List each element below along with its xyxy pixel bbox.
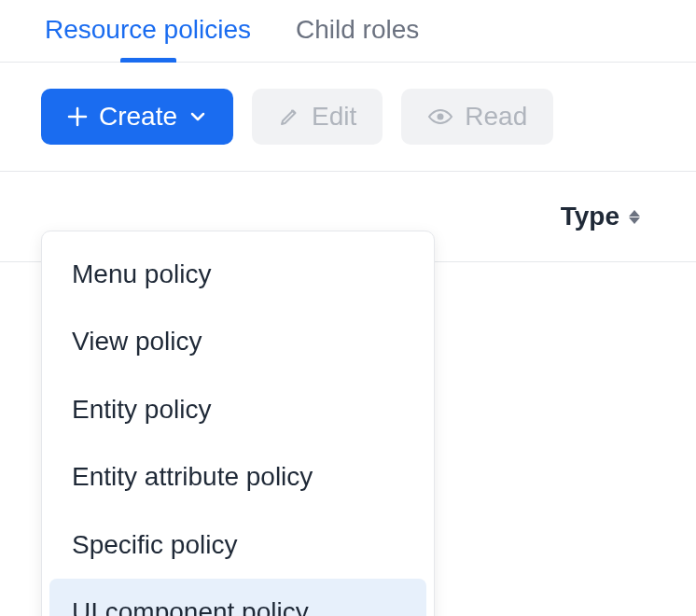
dropdown-item-ui-component-policy[interactable]: UI component policy <box>49 579 426 616</box>
dropdown-item-label: UI component policy <box>72 597 309 616</box>
dropdown-item-label: Specific policy <box>72 530 237 559</box>
eye-icon <box>427 105 453 128</box>
dropdown-item-entity-attribute-policy[interactable]: Entity attribute policy <box>49 443 426 511</box>
column-header-label: Type <box>561 202 619 231</box>
toolbar: Create Edit Read <box>0 63 696 171</box>
dropdown-item-menu-policy[interactable]: Menu policy <box>49 241 426 308</box>
column-header-type[interactable]: Type <box>561 202 640 231</box>
pencil-icon <box>278 105 300 128</box>
tab-label: Child roles <box>296 15 419 44</box>
dropdown-item-view-policy[interactable]: View policy <box>49 308 426 375</box>
create-button-label: Create <box>99 104 177 130</box>
tab-child-roles[interactable]: Child roles <box>296 15 419 62</box>
tabs-bar: Resource policies Child roles <box>0 0 696 63</box>
edit-button-label: Edit <box>312 104 356 130</box>
read-button-label: Read <box>465 104 527 130</box>
read-button[interactable]: Read <box>401 89 553 145</box>
dropdown-item-specific-policy[interactable]: Specific policy <box>49 511 426 579</box>
dropdown-item-label: Entity policy <box>72 395 211 424</box>
tab-resource-policies[interactable]: Resource policies <box>45 15 251 62</box>
svg-point-0 <box>438 114 444 120</box>
content-area: Create Edit Read <box>0 63 696 262</box>
plus-icon <box>67 106 88 127</box>
create-button[interactable]: Create <box>41 89 233 145</box>
edit-button[interactable]: Edit <box>252 89 383 145</box>
tab-label: Resource policies <box>45 15 251 44</box>
chevron-down-icon <box>188 107 207 126</box>
dropdown-item-label: Menu policy <box>72 259 211 288</box>
dropdown-item-entity-policy[interactable]: Entity policy <box>49 376 426 443</box>
create-dropdown: Menu policy View policy Entity policy En… <box>41 231 435 616</box>
sort-icon <box>629 210 640 224</box>
dropdown-item-label: View policy <box>72 327 202 356</box>
dropdown-item-label: Entity attribute policy <box>72 462 313 491</box>
